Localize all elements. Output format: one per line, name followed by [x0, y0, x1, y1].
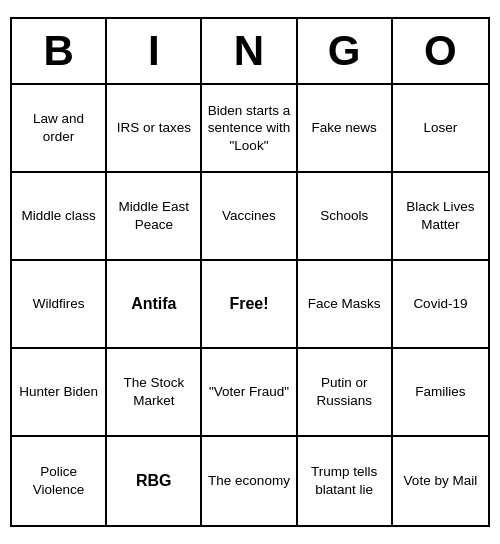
bingo-cell-1: IRS or taxes: [107, 85, 202, 173]
bingo-cell-9: Black Lives Matter: [393, 173, 488, 261]
bingo-cell-2: Biden starts a sentence with "Look": [202, 85, 297, 173]
bingo-letter-N: N: [202, 19, 297, 83]
bingo-cell-6: Middle East Peace: [107, 173, 202, 261]
bingo-letter-O: O: [393, 19, 488, 83]
bingo-cell-15: Hunter Biden: [12, 349, 107, 437]
bingo-cell-5: Middle class: [12, 173, 107, 261]
bingo-cell-3: Fake news: [298, 85, 393, 173]
bingo-cell-21: RBG: [107, 437, 202, 525]
bingo-cell-19: Families: [393, 349, 488, 437]
bingo-letter-G: G: [298, 19, 393, 83]
bingo-cell-23: Trump tells blatant lie: [298, 437, 393, 525]
bingo-cell-11: Antifa: [107, 261, 202, 349]
bingo-cell-18: Putin or Russians: [298, 349, 393, 437]
bingo-cell-16: The Stock Market: [107, 349, 202, 437]
bingo-cell-12: Free!: [202, 261, 297, 349]
bingo-card: BINGO Law and orderIRS or taxesBiden sta…: [10, 17, 490, 527]
bingo-cell-10: Wildfires: [12, 261, 107, 349]
bingo-cell-17: "Voter Fraud": [202, 349, 297, 437]
bingo-cell-7: Vaccines: [202, 173, 297, 261]
bingo-cell-13: Face Masks: [298, 261, 393, 349]
bingo-letter-B: B: [12, 19, 107, 83]
bingo-letter-I: I: [107, 19, 202, 83]
bingo-cell-4: Loser: [393, 85, 488, 173]
bingo-cell-24: Vote by Mail: [393, 437, 488, 525]
bingo-cell-8: Schools: [298, 173, 393, 261]
bingo-header: BINGO: [12, 19, 488, 85]
bingo-grid: Law and orderIRS or taxesBiden starts a …: [12, 85, 488, 525]
bingo-cell-22: The economy: [202, 437, 297, 525]
bingo-cell-20: Police Violence: [12, 437, 107, 525]
bingo-cell-0: Law and order: [12, 85, 107, 173]
bingo-cell-14: Covid-19: [393, 261, 488, 349]
